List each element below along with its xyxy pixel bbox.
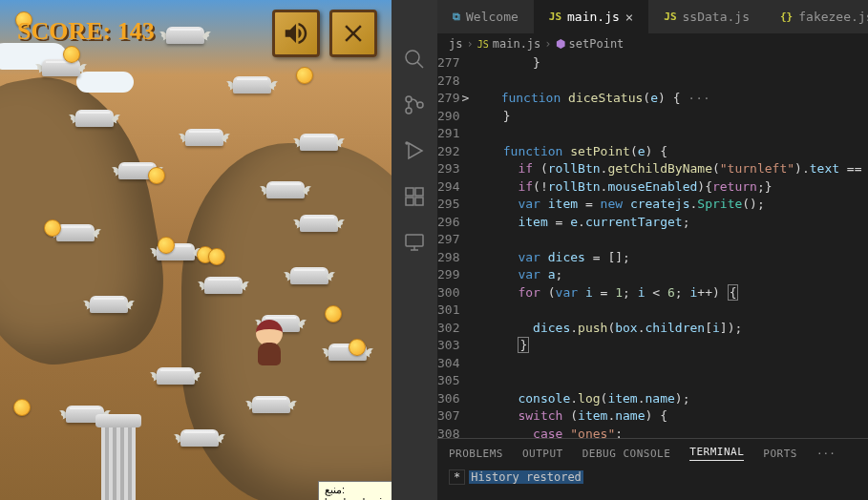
code-line[interactable]: case "ones": [473,426,868,439]
code-line[interactable]: > function diceStatus(e) { ··· [473,90,868,108]
code-line[interactable] [473,73,868,91]
debug-icon[interactable] [403,139,426,162]
code-line[interactable]: } [473,54,868,73]
code-line[interactable] [473,355,868,373]
code-line[interactable]: dices.push(box.children[i]); [473,320,868,338]
panel-tab[interactable]: DEBUG CONSOLE [582,448,671,460]
line-number: 296 [437,214,459,232]
code-line[interactable]: var a; [473,266,868,284]
editor-tab[interactable]: {}fakezee.json [765,0,868,33]
more-icon[interactable]: ··· [816,448,836,460]
panel-tab[interactable]: TERMINAL [689,446,744,461]
code-line[interactable]: console.log(item.name); [473,390,868,408]
code-line[interactable]: function setPoint(e) { [473,143,868,161]
code-line[interactable]: if (rollBtn.getChildByName("turnleft").t… [473,160,868,178]
platform [229,76,275,99]
code-line[interactable] [473,302,868,320]
close-icon [339,19,368,48]
coin [325,305,342,323]
code-editor[interactable]: 2772782792902912922932942952962972982993… [437,54,868,438]
code-line[interactable]: var dices = []; [473,249,868,267]
breadcrumb-part[interactable]: js [449,37,462,51]
line-number: 303 [437,337,459,355]
line-number: 299 [437,266,459,284]
wing-icon [193,369,210,383]
tab-label: ssData.js [683,10,750,24]
platform [153,367,199,390]
svg-point-4 [417,102,423,108]
panel-tab[interactable]: OUTPUT [522,448,563,460]
wing-icon [336,135,353,149]
remote-icon[interactable] [403,231,426,254]
platform [286,267,332,290]
svg-point-6 [406,142,408,144]
terminal-marker: * [449,469,465,485]
wing-icon [298,317,315,330]
sound-button[interactable] [272,10,320,57]
line-number: 292 [437,143,459,161]
code-line[interactable]: var item = new createjs.Sprite(); [473,196,868,214]
platform [181,129,227,152]
line-number: 295 [437,196,459,214]
platform [296,215,342,238]
wing-icon [217,431,234,445]
editor-tab[interactable]: JSmain.js× [534,0,648,33]
panel-tabs: PROBLEMSOUTPUTDEBUG CONSOLETERMINALPORTS… [437,439,868,468]
svg-point-3 [406,108,412,114]
pillar [95,414,141,500]
coin [349,339,366,356]
code-line[interactable]: } [473,337,868,355]
svg-marker-5 [409,143,422,158]
code-line[interactable]: } [473,108,868,126]
close-icon[interactable]: × [625,10,633,25]
platform [177,429,222,452]
platform [263,181,308,204]
platform [162,27,208,50]
terminal-body[interactable]: * History restored [437,468,868,487]
wing-icon [222,131,239,144]
code-line[interactable] [473,125,868,143]
editor-tab[interactable]: JSssData.js [648,0,765,33]
extensions-icon[interactable] [403,185,426,208]
code-line[interactable]: for (var i = 1; i < 6; i++) { [473,284,868,302]
code-line[interactable]: item = e.currentTarget; [473,214,868,232]
wing-icon [241,279,258,292]
activity-bar [392,0,437,500]
breadcrumbs[interactable]: js › JS main.js › ⬢ setPoint [437,33,868,54]
line-number: 306 [437,390,459,408]
panel-tab[interactable]: PORTS [763,448,797,460]
line-number: 300 [437,284,459,302]
json-icon: {} [780,10,793,23]
tab-label: fakezee.json [798,10,868,24]
line-number: 301 [437,302,459,320]
code-line[interactable] [473,231,868,249]
breadcrumb-part[interactable]: main.js [493,37,541,51]
source-tooltip: منبع: hardworker.ir [318,481,392,500]
code-line[interactable] [473,372,868,390]
source-control-icon[interactable] [403,94,426,116]
code-lines[interactable]: } > function diceStatus(e) { ··· } funct… [473,54,868,438]
line-number: 304 [437,355,459,373]
close-button[interactable] [329,10,377,57]
line-number: 278 [437,73,459,91]
vscode-icon: ⧉ [453,10,460,23]
chevron-right-icon: › [466,37,473,51]
panel-tab[interactable]: PROBLEMS [449,448,503,460]
svg-rect-7 [406,188,413,196]
terminal-line: History restored [469,470,583,484]
search-icon[interactable] [403,48,426,71]
js-icon: JS [477,39,489,50]
fold-icon[interactable]: > [461,91,469,105]
line-number: 297 [437,231,459,249]
line-number: 293 [437,160,459,178]
editor-tab[interactable]: ⧉Welcome [437,0,534,33]
svg-line-1 [417,62,423,68]
vscode-window: ⧉WelcomeJSmain.js×JSssData.js{}fakezee.j… [392,0,868,500]
breadcrumb-part[interactable]: setPoint [569,37,625,51]
code-line[interactable]: if(!rollBtn.mouseEnabled){return;} [473,178,868,197]
coin [296,67,313,84]
code-line[interactable]: switch (item.name) { [473,407,868,426]
platform [86,296,132,319]
coin [148,167,165,184]
js-icon: JS [549,10,561,23]
